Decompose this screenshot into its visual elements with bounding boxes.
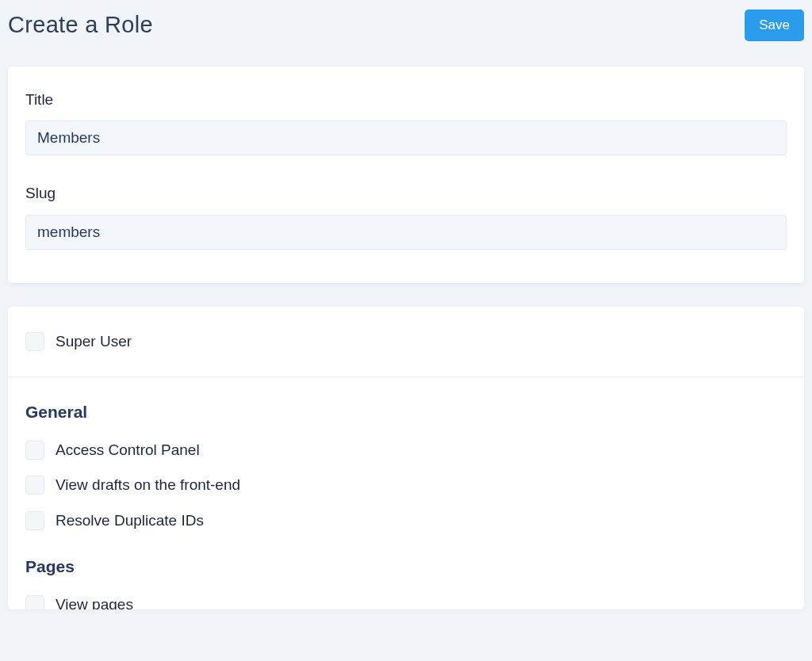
permission-row: View pages xyxy=(25,594,787,610)
slug-label: Slug xyxy=(25,182,787,205)
permission-label: View pages xyxy=(56,594,133,610)
permission-label: View drafts on the front-end xyxy=(56,474,240,497)
permission-row: Access Control Panel xyxy=(25,439,787,462)
access-control-panel-checkbox[interactable] xyxy=(25,441,44,460)
view-pages-checkbox[interactable] xyxy=(25,595,44,609)
resolve-duplicate-ids-checkbox[interactable] xyxy=(25,511,44,530)
view-drafts-checkbox[interactable] xyxy=(25,476,44,495)
permission-label: Resolve Duplicate IDs xyxy=(56,510,204,533)
title-label: Title xyxy=(25,89,787,112)
permission-row: View drafts on the front-end xyxy=(25,474,787,497)
save-button[interactable]: Save xyxy=(745,10,804,41)
permissions-card: Super User General Access Control Panel … xyxy=(8,307,804,610)
slug-input[interactable] xyxy=(25,215,787,250)
super-user-label: Super User xyxy=(56,330,132,353)
permission-row: Resolve Duplicate IDs xyxy=(25,510,787,533)
title-input[interactable] xyxy=(25,120,787,155)
role-form-card: Title Slug xyxy=(8,67,804,283)
page-title: Create a Role xyxy=(8,8,153,43)
super-user-checkbox[interactable] xyxy=(25,332,44,351)
section-heading-pages: Pages xyxy=(25,554,787,579)
permission-label: Access Control Panel xyxy=(56,439,200,462)
section-heading-general: General xyxy=(25,399,787,425)
super-user-row: Super User xyxy=(25,330,787,353)
